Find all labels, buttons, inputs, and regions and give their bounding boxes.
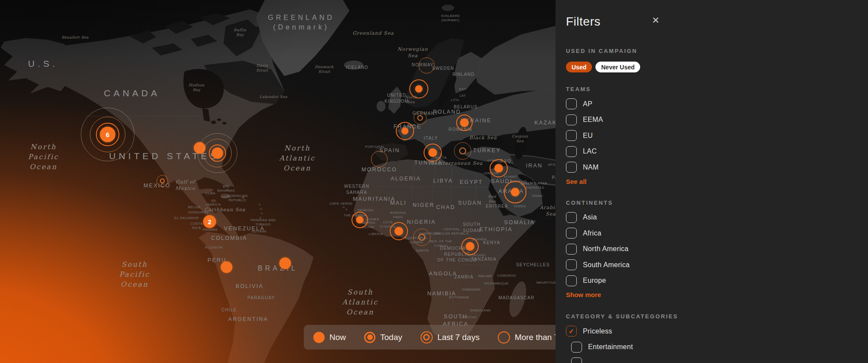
checkbox-label: EU [583, 132, 593, 140]
legend-older-icon [498, 331, 510, 343]
marker-dot [428, 148, 437, 157]
continent-option-africa[interactable]: Africa [566, 228, 868, 239]
checkbox-label: Asia [583, 213, 597, 221]
legend-label: Today [380, 333, 402, 342]
category-option-option[interactable] [571, 357, 868, 363]
marker-dot [279, 258, 291, 269]
map-legend: NowTodayLast 7 daysMore than 7 days ago [304, 325, 573, 350]
checkbox[interactable] [566, 114, 577, 125]
legend-label: Last 7 days [437, 333, 480, 342]
marker-count: 2 [203, 215, 216, 228]
categories-options: ✓PricelessEntertainment [566, 326, 868, 363]
legend-item-last-7-days: Last 7 days [421, 331, 480, 343]
marker-dot [511, 188, 519, 196]
section-heading-used-in-campaign: USED IN CAMPAIGN [566, 48, 868, 54]
checkbox-label: Priceless [583, 327, 612, 335]
marker-ring [371, 151, 388, 167]
marker-dot [212, 147, 223, 159]
checkbox-label: NAM [583, 164, 598, 171]
checkbox[interactable] [571, 357, 582, 363]
marker-ring [414, 111, 427, 124]
checkbox[interactable] [566, 259, 577, 270]
marker-dot [401, 128, 408, 134]
checkbox[interactable] [566, 275, 577, 286]
legend-item-today: Today [364, 332, 402, 343]
close-icon[interactable]: ✕ [652, 16, 660, 25]
marker-ring [413, 229, 431, 246]
section-heading-categories: CATEGORY & SUBCATEGORIES [566, 313, 868, 320]
filters-panel-title: Filters [566, 15, 868, 29]
checkbox-label: LAC [583, 147, 597, 155]
pill-used[interactable]: Used [566, 62, 592, 72]
checkbox[interactable] [571, 342, 582, 353]
checkbox[interactable] [566, 228, 577, 239]
marker-count: 6 [100, 127, 115, 142]
category-option-entertainment[interactable]: Entertainment [571, 342, 868, 353]
continent-option-north-america[interactable]: North America [566, 244, 868, 255]
marker-dot [356, 216, 364, 224]
marker-dot [415, 85, 423, 93]
marker-dot [395, 227, 403, 235]
team-option-lac[interactable]: LAC [566, 146, 868, 157]
legend-item-now: Now [313, 332, 346, 343]
teams-options: APEEMAEULACNAM [566, 98, 868, 173]
marker-dot [460, 118, 469, 127]
section-heading-teams: TEAMS [566, 86, 868, 92]
marker-dot [221, 262, 233, 273]
checkbox-label: AP [583, 100, 592, 108]
section-heading-continents: CONTINENTS [566, 199, 868, 206]
checkbox[interactable] [566, 212, 577, 223]
see-all-link[interactable]: See all [566, 178, 587, 185]
marker-dot [494, 164, 503, 173]
team-option-eu[interactable]: EU [566, 130, 868, 141]
checkbox[interactable] [566, 98, 577, 109]
legend-label: Now [329, 333, 346, 342]
marker-ring [157, 175, 168, 187]
continent-option-asia[interactable]: Asia [566, 212, 868, 223]
marker-ring [419, 58, 435, 74]
checkbox-label: Africa [583, 229, 602, 237]
legend-today-icon [364, 332, 375, 343]
checkbox-label: North America [583, 245, 628, 253]
checkbox-label: Europe [583, 277, 606, 285]
category-option-priceless[interactable]: ✓Priceless [566, 326, 868, 337]
checkbox[interactable] [566, 130, 577, 141]
campaign-map-app: U.S.CANADAUNITED STATESGREENLAND (Denmar… [0, 0, 868, 363]
marker-ring [454, 142, 471, 160]
continent-option-south-america[interactable]: South America [566, 259, 868, 270]
legend-now-icon [313, 332, 325, 343]
checkbox[interactable]: ✓ [566, 326, 577, 337]
used-in-campaign-pills: Used Never Used [566, 62, 868, 72]
legend-last7-icon [421, 331, 433, 343]
show-more-link[interactable]: Show more [566, 291, 601, 298]
checkbox-label: Entertainment [588, 343, 633, 351]
checkbox[interactable] [566, 162, 577, 173]
checkbox[interactable] [566, 146, 577, 157]
filters-panel: Filters ✕ USED IN CAMPAIGN Used Never Us… [556, 0, 868, 363]
checkbox[interactable] [566, 244, 577, 255]
continents-options: AsiaAfricaNorth AmericaSouth AmericaEuro… [566, 212, 868, 286]
pill-never-used[interactable]: Never Used [595, 62, 640, 72]
team-option-nam[interactable]: NAM [566, 162, 868, 173]
checkbox-label: South America [583, 261, 630, 269]
team-option-eema[interactable]: EEMA [566, 114, 868, 125]
team-option-ap[interactable]: AP [566, 98, 868, 109]
marker-dot [466, 242, 474, 251]
checkbox-label: EEMA [583, 116, 603, 124]
continent-option-europe[interactable]: Europe [566, 275, 868, 286]
